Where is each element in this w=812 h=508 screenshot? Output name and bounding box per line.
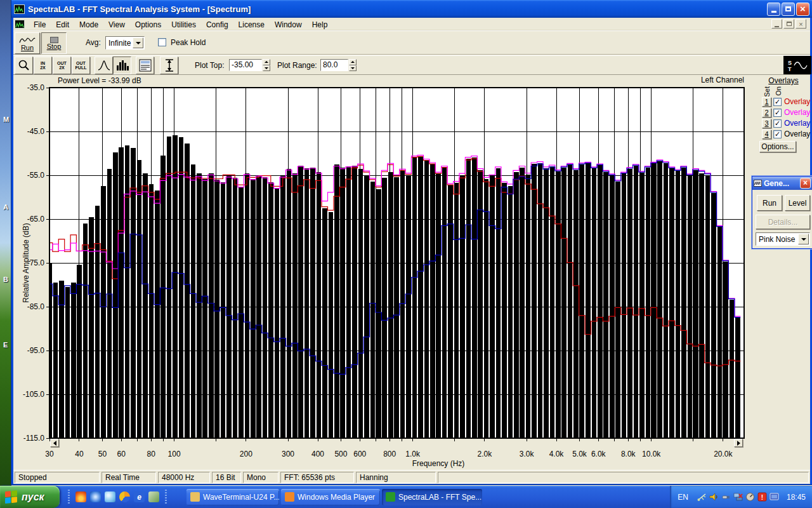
audio-knob-icon[interactable] <box>745 492 755 502</box>
display-icon[interactable] <box>769 492 779 502</box>
overlay-label: Overlay 1 <box>784 108 812 117</box>
stop-button[interactable]: Stop <box>41 32 67 54</box>
messenger-icon[interactable] <box>105 491 115 502</box>
svg-text:-105.0: -105.0 <box>23 390 44 399</box>
taskbar-separator[interactable] <box>68 490 70 505</box>
status-panel: Stopped <box>15 472 100 483</box>
overlay-on-checkbox-4[interactable]: ✓ <box>773 130 782 138</box>
line-plot-button[interactable] <box>95 57 113 74</box>
overlay-on-checkbox-3[interactable]: ✓ <box>773 119 782 128</box>
overlay-set-button-1[interactable]: 1 <box>762 97 771 107</box>
msn-icon[interactable] <box>148 491 159 502</box>
internet-explorer-icon[interactable]: e <box>134 491 145 502</box>
desktop-strip[interactable]: MABE <box>0 0 11 486</box>
task-button-label: Windows Media Player <box>298 493 375 502</box>
menu-item-view[interactable]: View <box>103 19 130 30</box>
zoom-tool-button[interactable] <box>15 57 33 74</box>
volume-icon[interactable] <box>709 492 719 502</box>
overlay-set-button-3[interactable]: 3 <box>762 119 771 128</box>
language-indicator[interactable]: EN <box>678 493 688 502</box>
display-options-button[interactable] <box>136 57 154 74</box>
generator-title-bar[interactable]: Gene... × <box>752 177 812 190</box>
overlay-on-checkbox-1[interactable]: ✓ <box>773 98 782 106</box>
menu-item-help[interactable]: Help <box>307 19 333 30</box>
plot-range-field[interactable]: 80.0 <box>320 59 348 71</box>
svg-text:5.0k: 5.0k <box>572 450 587 458</box>
overlay-set-button-4[interactable]: 4 <box>762 130 771 139</box>
menu-item-mode[interactable]: Mode <box>74 19 103 30</box>
start-button[interactable]: пуск <box>0 486 60 508</box>
alert-icon[interactable]: ! <box>757 492 767 502</box>
close-button[interactable]: × <box>796 3 809 16</box>
task-button-2[interactable]: SpectraLAB - FFT Spe... <box>382 489 482 505</box>
start-label: пуск <box>22 491 44 503</box>
avg-dropdown[interactable]: Infinite <box>105 36 145 50</box>
menu-items: FileEditModeViewOptionsUtilitiesConfigLi… <box>29 18 332 30</box>
taskbar-separator[interactable] <box>165 490 167 505</box>
overlay-set-button-2[interactable]: 2 <box>762 108 771 117</box>
status-panel: 48000 Hz <box>158 472 210 483</box>
zoom-in-2x-button[interactable]: IN2X <box>34 57 52 74</box>
task-button-0[interactable]: WaveTerminal-U24 P... <box>187 489 279 505</box>
sine-wave-icon <box>19 36 36 44</box>
zoom-out-full-button[interactable]: OUTFULL <box>72 57 90 74</box>
plot-top-field[interactable]: -35.00 <box>229 59 262 71</box>
app-icon <box>14 4 25 14</box>
svg-text:6.0k: 6.0k <box>591 450 606 458</box>
generator-st-icon: S T <box>785 58 809 73</box>
menu-item-file[interactable]: File <box>29 19 51 30</box>
zoom-out-2x-button[interactable]: OUT2X <box>53 57 71 74</box>
minimize-button[interactable] <box>767 3 780 16</box>
chevron-down-icon[interactable] <box>798 234 809 244</box>
scroll-left-button[interactable] <box>50 439 59 447</box>
task-buttons: WaveTerminal-U24 P...Windows Media Playe… <box>187 489 482 505</box>
media-player-icon[interactable] <box>119 491 130 502</box>
svg-text:-115.0: -115.0 <box>23 434 44 443</box>
menu-item-license[interactable]: License <box>233 19 270 30</box>
generator-icon <box>754 180 762 187</box>
signal-generator-toolbar-button[interactable]: S T <box>783 56 811 74</box>
bar-plot-button[interactable] <box>113 57 131 74</box>
generator-signal-dropdown[interactable]: Pink Noise <box>756 232 810 246</box>
vertical-range-icon <box>164 58 174 72</box>
avg-label: Avg: <box>86 38 101 47</box>
mdi-restore-icon[interactable] <box>783 19 794 29</box>
network-error-icon[interactable] <box>733 492 743 502</box>
menu-item-edit[interactable]: Edit <box>51 19 74 30</box>
usb-icon[interactable] <box>697 492 707 502</box>
maximize-button[interactable] <box>782 3 795 16</box>
status-panel: Mono <box>243 472 278 483</box>
svg-text:50: 50 <box>98 450 107 458</box>
menu-item-window[interactable]: Window <box>270 19 307 30</box>
scroll-right-button[interactable] <box>734 439 743 447</box>
task-button-1[interactable]: Windows Media Player <box>281 489 380 505</box>
menu-item-utilities[interactable]: Utilities <box>166 19 201 30</box>
menu-bar: FileEditModeViewOptionsUtilitiesConfigLi… <box>13 18 810 30</box>
fire-icon[interactable] <box>75 491 86 502</box>
plot-top-spinner[interactable] <box>263 59 270 71</box>
mdi-close-icon[interactable]: × <box>796 19 806 29</box>
svg-text:-95.0: -95.0 <box>27 346 45 355</box>
menu-item-options[interactable]: Options <box>130 19 166 30</box>
overlay-on-checkbox-2[interactable]: ✓ <box>773 109 782 117</box>
y-scale-button[interactable] <box>160 57 178 74</box>
svg-text:30: 30 <box>45 450 54 458</box>
plug-icon[interactable] <box>721 492 731 502</box>
status-panel: FFT: 65536 pts <box>280 472 354 483</box>
overlay-options-button[interactable]: Options... <box>759 141 796 152</box>
globe-icon[interactable] <box>90 491 101 502</box>
spectrum-plot[interactable]: 30405060801002003004005006008001.0k2.0k3… <box>20 75 752 470</box>
title-bar[interactable]: SpectraLAB - FFT Spectral Analysis Syste… <box>11 0 812 18</box>
plot-range-spinner[interactable] <box>349 59 357 71</box>
generator-close-button[interactable]: × <box>800 178 811 189</box>
mdi-minimize-icon[interactable] <box>771 19 782 29</box>
overlay-row: 1✓Overlay 2 <box>748 97 812 107</box>
peak-hold-checkbox[interactable] <box>158 38 166 46</box>
chevron-down-icon[interactable] <box>133 37 143 48</box>
generator-level-button[interactable]: Level <box>785 195 810 211</box>
run-button[interactable]: Run <box>15 32 40 54</box>
svg-text:-65.0: -65.0 <box>27 215 45 224</box>
generator-run-button[interactable]: Run <box>757 195 782 211</box>
desktop-icon-label: E <box>3 341 8 349</box>
menu-item-config[interactable]: Config <box>201 19 233 30</box>
